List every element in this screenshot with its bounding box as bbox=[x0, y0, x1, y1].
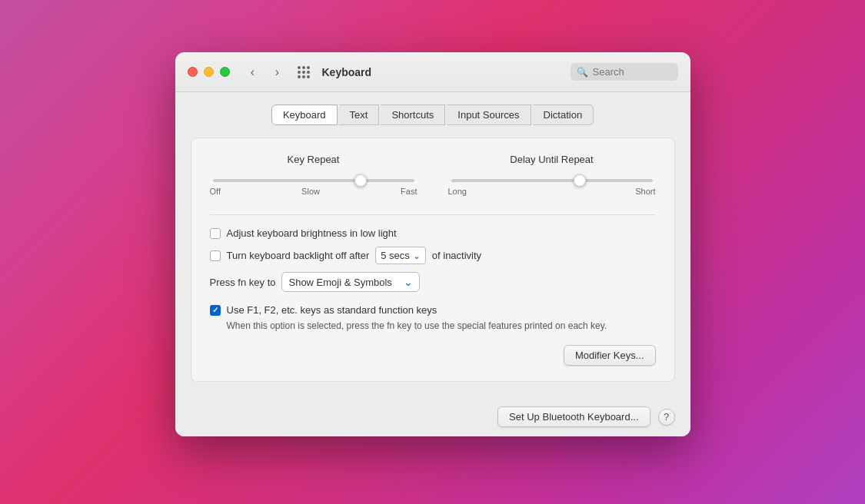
content-area: Keyboard Text Shortcuts Input Sources Di… bbox=[175, 92, 690, 397]
minimize-button[interactable] bbox=[204, 67, 214, 77]
backlight-label: Turn keyboard backlight off after bbox=[227, 250, 370, 261]
adjust-brightness-row: Adjust keyboard brightness in low light bbox=[210, 227, 656, 239]
window-footer: Set Up Bluetooth Keyboard... ? bbox=[175, 397, 690, 436]
key-repeat-slow-label: Slow bbox=[301, 187, 320, 196]
fn-dropdown-value: Show Emoji & Symbols bbox=[288, 277, 391, 288]
modifier-keys-button[interactable]: Modifier Keys... bbox=[564, 345, 656, 366]
grid-dot bbox=[298, 71, 301, 74]
tab-bar: Keyboard Text Shortcuts Input Sources Di… bbox=[191, 104, 675, 125]
forward-button[interactable]: › bbox=[267, 61, 288, 83]
delay-repeat-slider[interactable] bbox=[451, 179, 653, 182]
use-fkeys-label: Use F1, F2, etc. keys as standard functi… bbox=[227, 304, 437, 316]
backlight-checkbox[interactable] bbox=[210, 250, 221, 261]
tab-text[interactable]: Text bbox=[339, 104, 380, 125]
delay-repeat-label: Delay Until Repeat bbox=[448, 154, 656, 165]
nav-buttons: ‹ › bbox=[242, 61, 288, 83]
key-repeat-label: Key Repeat bbox=[210, 154, 418, 165]
keyboard-panel: Key Repeat Off Slow Fast Delay Until Rep… bbox=[191, 138, 675, 382]
delay-repeat-long-label: Long bbox=[448, 187, 467, 196]
delay-repeat-slider-wrapper bbox=[448, 171, 656, 185]
titlebar: ‹ › Keyboard 🔍 bbox=[175, 52, 690, 92]
fn-dropdown[interactable]: Show Emoji & Symbols ⌄ bbox=[281, 272, 420, 292]
search-input[interactable] bbox=[593, 66, 672, 78]
window-title: Keyboard bbox=[322, 66, 564, 78]
use-fkeys-checkbox[interactable]: ✓ bbox=[210, 305, 221, 316]
key-repeat-off-label: Off bbox=[210, 187, 221, 196]
grid-dot bbox=[298, 75, 301, 78]
search-icon: 🔍 bbox=[577, 67, 588, 78]
tab-input-sources[interactable]: Input Sources bbox=[447, 104, 531, 125]
close-button[interactable] bbox=[188, 67, 198, 77]
divider-1 bbox=[210, 214, 656, 215]
key-repeat-fast-label: Fast bbox=[401, 187, 417, 196]
backlight-duration-value: 5 secs bbox=[381, 250, 410, 261]
adjust-brightness-label: Adjust keyboard brightness in low light bbox=[227, 227, 397, 239]
help-button[interactable]: ? bbox=[658, 409, 675, 426]
maximize-button[interactable] bbox=[220, 67, 230, 77]
delay-repeat-short-label: Short bbox=[635, 187, 655, 196]
backlight-row: Turn keyboard backlight off after 5 secs… bbox=[210, 247, 656, 264]
tab-shortcuts[interactable]: Shortcuts bbox=[381, 104, 445, 125]
grid-dot bbox=[302, 71, 305, 74]
setup-bluetooth-button[interactable]: Set Up Bluetooth Keyboard... bbox=[497, 406, 650, 427]
grid-dot bbox=[307, 75, 310, 78]
checkmark-icon: ✓ bbox=[212, 307, 218, 314]
use-fkeys-description: When this option is selected, press the … bbox=[227, 319, 656, 333]
grid-dot bbox=[298, 66, 301, 69]
fn-dropdown-arrow: ⌄ bbox=[404, 276, 413, 288]
key-repeat-sublabels: Off Slow Fast bbox=[210, 187, 418, 196]
bottom-row: Modifier Keys... bbox=[210, 345, 656, 366]
key-repeat-slider[interactable] bbox=[213, 179, 414, 182]
tab-dictation[interactable]: Dictation bbox=[533, 104, 594, 125]
adjust-brightness-checkbox[interactable] bbox=[210, 228, 221, 239]
grid-dot bbox=[302, 66, 305, 69]
use-fkeys-row: ✓ Use F1, F2, etc. keys as standard func… bbox=[210, 304, 656, 316]
backlight-duration-select[interactable]: 5 secs ⌄ bbox=[375, 247, 426, 264]
sliders-row: Key Repeat Off Slow Fast Delay Until Rep… bbox=[210, 154, 656, 196]
grid-icon[interactable] bbox=[298, 66, 310, 78]
press-fn-label: Press fn key to bbox=[210, 277, 276, 288]
delay-repeat-group: Delay Until Repeat Long Short bbox=[448, 154, 656, 196]
grid-dot bbox=[302, 75, 305, 78]
press-fn-row: Press fn key to Show Emoji & Symbols ⌄ bbox=[210, 272, 656, 292]
traffic-lights bbox=[188, 67, 230, 77]
key-repeat-slider-wrapper bbox=[210, 171, 418, 185]
inactivity-label: of inactivity bbox=[432, 250, 481, 261]
fn-description-text: When this option is selected, press the … bbox=[227, 320, 607, 331]
main-window: ‹ › Keyboard 🔍 Keyboard Text Shortcuts I… bbox=[175, 52, 690, 436]
back-button[interactable]: ‹ bbox=[242, 61, 264, 83]
tab-keyboard[interactable]: Keyboard bbox=[271, 104, 338, 125]
delay-repeat-sublabels: Long Short bbox=[448, 187, 656, 196]
grid-dot bbox=[307, 71, 310, 74]
grid-dot bbox=[307, 66, 310, 69]
search-bar: 🔍 bbox=[571, 63, 678, 81]
backlight-duration-arrow: ⌄ bbox=[413, 250, 421, 261]
key-repeat-group: Key Repeat Off Slow Fast bbox=[210, 154, 418, 196]
